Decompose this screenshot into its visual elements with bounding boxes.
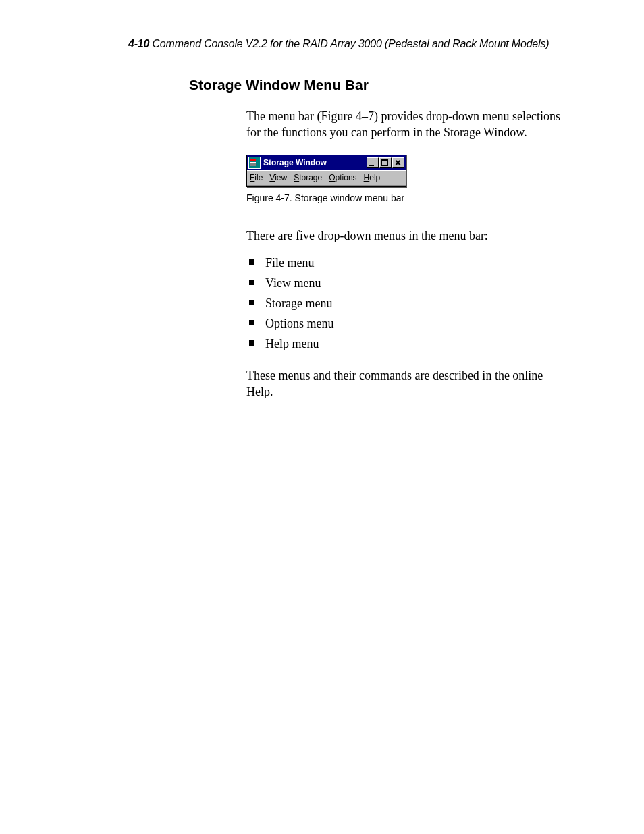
intro-paragraph: The menu bar (Figure 4–7) provides drop-… — [246, 108, 563, 141]
menu-list: File menu View menu Storage menu Options… — [246, 256, 563, 351]
figure-storage-window: Storage Window File View Storage Options… — [246, 155, 563, 187]
menu-view[interactable]: View — [269, 173, 287, 182]
menu-options[interactable]: Options — [329, 173, 356, 182]
minimize-button[interactable] — [367, 157, 379, 168]
window-controls — [367, 157, 404, 168]
running-header: 4-10 Command Console V2.2 for the RAID A… — [128, 38, 563, 50]
maximize-button[interactable] — [379, 157, 392, 168]
list-item: View menu — [261, 276, 563, 290]
menu-file[interactable]: File — [250, 173, 263, 182]
closing-paragraph: These menus and their commands are descr… — [246, 367, 563, 400]
app-icon — [248, 157, 261, 169]
list-item: Storage menu — [261, 296, 563, 311]
menu-help[interactable]: Help — [364, 173, 381, 182]
titlebar: Storage Window — [247, 155, 406, 170]
section-heading: Storage Window Menu Bar — [189, 77, 563, 93]
list-item: Help menu — [261, 337, 563, 351]
header-title: Command Console V2.2 for the RAID Array … — [152, 38, 549, 49]
menu-storage[interactable]: Storage — [294, 173, 322, 182]
window-title: Storage Window — [263, 158, 367, 167]
page-number: 4-10 — [128, 38, 149, 49]
close-button[interactable] — [392, 157, 404, 168]
list-item: File menu — [261, 256, 563, 270]
list-item: Options menu — [261, 317, 563, 331]
document-page: 4-10 Command Console V2.2 for the RAID A… — [0, 0, 644, 400]
list-intro: There are five drop-down menus in the me… — [246, 228, 563, 244]
storage-window-mock: Storage Window File View Storage Options… — [246, 155, 406, 187]
menubar: File View Storage Options Help — [247, 170, 406, 186]
figure-caption: Figure 4-7. Storage window menu bar — [246, 192, 563, 203]
